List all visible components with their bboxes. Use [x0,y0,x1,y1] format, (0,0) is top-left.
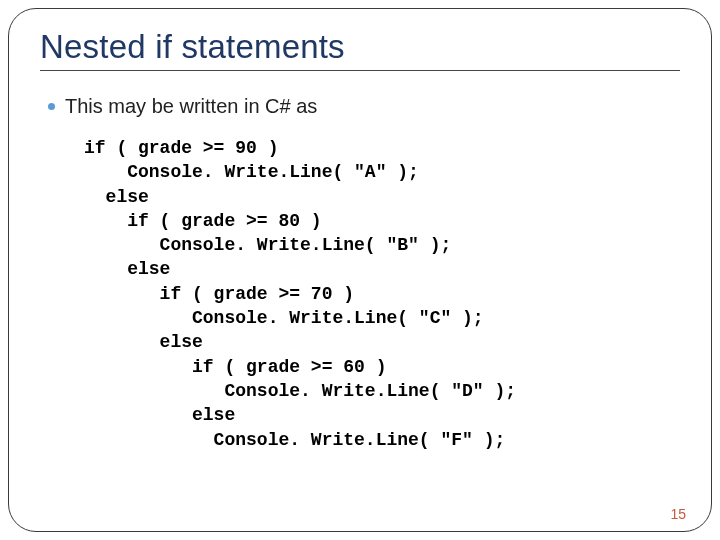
title-underline [40,70,680,71]
slide-title: Nested if statements [40,28,680,66]
bullet-text: This may be written in C# as [65,95,317,118]
code-block: if ( grade >= 90 ) Console. Write.Line( … [84,136,680,452]
bullet-dot-icon [48,103,55,110]
page-number: 15 [670,506,686,522]
slide: Nested if statements This may be written… [0,0,720,540]
bullet-item: This may be written in C# as [48,95,680,118]
